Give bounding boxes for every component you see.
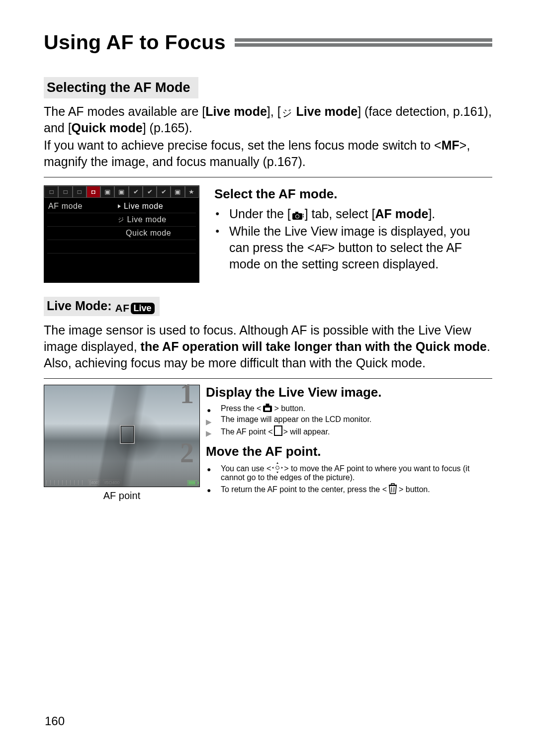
menu-item-quick-mode: Quick mode (47, 227, 196, 240)
face-icon: ジ (282, 106, 292, 119)
camera-tab-icon: □ (78, 188, 82, 195)
svg-line-15 (391, 487, 392, 493)
divider (44, 177, 492, 177)
step1-result-1: The image will appear on the LCD monitor… (206, 414, 492, 424)
svg-marker-10 (276, 462, 278, 464)
svg-line-16 (394, 487, 394, 493)
step-number: 2 (180, 437, 194, 469)
live-view-photo: [400] ISO400 (44, 385, 200, 487)
svg-point-3 (296, 215, 299, 218)
page-header: Using AF to Focus (44, 31, 492, 54)
svg-marker-12 (272, 467, 273, 469)
menu-tab-bar: □ □ □ ◘ ▣ ▣ ✔ ✔ ✔ ▣ ★ (44, 186, 199, 198)
menu-item-af-mode: AF mode Live mode (47, 200, 196, 213)
section-heading-selecting-af: Selecting the AF Mode (44, 77, 198, 98)
svg-rect-7 (266, 404, 269, 406)
step-1: 1 Display the Live View image. Press the… (204, 385, 492, 437)
svg-rect-5 (303, 216, 304, 217)
svg-point-9 (276, 466, 279, 470)
face-icon: ジ (118, 216, 124, 224)
step-heading: Move the AF point. (206, 444, 492, 459)
svg-marker-13 (281, 467, 283, 469)
step1-result-2: The AF point <> will appear. (206, 425, 492, 437)
play-tab-icon: ▣ (118, 188, 124, 195)
battery-icon (187, 480, 197, 486)
svg-rect-8 (265, 408, 270, 411)
live-mode-paragraph: The image sensor is used to focus. Altho… (44, 322, 492, 371)
intro-paragraph-2: If you want to achieve precise focus, se… (44, 137, 492, 170)
af-point-caption: AF point (44, 490, 200, 502)
live-view-osd: [400] ISO400 (44, 479, 199, 487)
camera-menu-icon (292, 211, 304, 220)
af-point-indicator-icon (120, 425, 135, 444)
bullet-select-af-2: While the Live View image is displayed, … (214, 223, 492, 273)
osd-shots-remaining: [400] (88, 480, 101, 486)
divider (44, 378, 492, 379)
step-heading-select-af: Select the AF mode. (214, 185, 492, 203)
wrench-tab-icon: ✔ (147, 188, 152, 195)
star-tab-icon: ★ (189, 188, 195, 195)
svg-rect-1 (295, 212, 298, 214)
wrench-tab-icon: ✔ (133, 188, 138, 195)
trash-button-icon (388, 483, 398, 494)
af-live-badge-icon: AF Live (115, 302, 155, 314)
page-title: Using AF to Focus (44, 31, 226, 54)
section-heading-live-mode: Live Mode: AF Live (44, 297, 160, 316)
osd-iso: ISO400 (103, 480, 121, 486)
svg-rect-4 (303, 214, 304, 215)
multi-controller-icon (272, 462, 283, 473)
svg-rect-14 (389, 485, 397, 486)
af-button-label: AF (315, 242, 328, 254)
play-tab-icon: ▣ (104, 188, 110, 195)
header-rule-icon (235, 38, 492, 47)
step-heading: Display the Live View image. (206, 385, 492, 400)
step-number: 1 (180, 378, 194, 410)
custom-tab-icon: ▣ (175, 188, 180, 195)
selection-marker-icon (118, 204, 121, 208)
menu-item-face-live: ジLive mode (47, 213, 196, 227)
step-2: 2 Move the AF point. You can use <> to m… (204, 444, 492, 494)
live-view-button-icon (262, 403, 273, 413)
wrench-tab-icon: ✔ (161, 188, 167, 195)
page-number: 160 (45, 714, 65, 728)
camera-tab-icon: □ (63, 188, 67, 195)
step2-bullet-1: You can use <> to move the AF point to w… (206, 462, 492, 482)
camera-tab-selected-icon: ◘ (91, 188, 95, 195)
menu-screenshot: □ □ □ ◘ ▣ ▣ ✔ ✔ ✔ ▣ ★ AF mode Live mode (44, 185, 199, 283)
bullet-select-af-1: Under the [] tab, select [AF mode]. (214, 206, 492, 222)
intro-paragraph-1: The AF modes available are [Live mode], … (44, 103, 492, 136)
af-point-square-icon (274, 425, 282, 436)
camera-tab-icon: □ (49, 188, 53, 195)
step2-bullet-2: To return the AF point to the center, pr… (206, 483, 492, 494)
exposure-scale-icon (46, 480, 86, 485)
step1-bullet-1: Press the <> button. (206, 403, 492, 413)
